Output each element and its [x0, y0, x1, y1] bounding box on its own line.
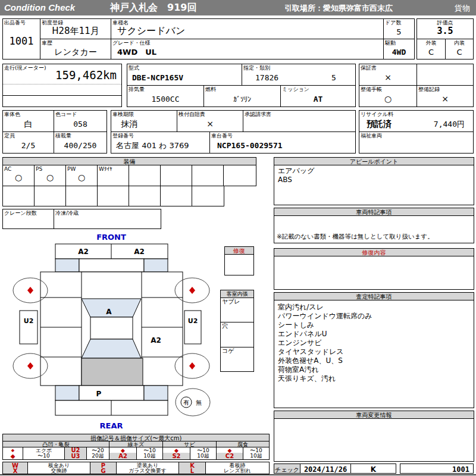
capacity-value: 2/5: [3, 142, 54, 150]
recycle-fee-label: リサイクル料: [361, 111, 393, 117]
equipment-value-ps: ○: [35, 173, 65, 181]
color-code-label: 色コード: [55, 111, 77, 117]
equipment-cell-empty: [65, 186, 98, 206]
equipment-cell-ps: PS ○: [34, 165, 66, 186]
chassis-number-label: 車台番号: [211, 133, 233, 139]
jibaiseki-label: 検付自賠責: [178, 111, 205, 117]
assessment-line: タイヤスタッドレス: [278, 347, 344, 356]
damage-code-rear-panel: P: [96, 390, 102, 398]
legend-cell: U3: [64, 453, 87, 460]
equipment-label-pw: PW: [67, 166, 76, 172]
color-code-value: 058: [54, 120, 107, 129]
check-date-cell: 2024/11/26: [300, 464, 351, 474]
maintenance-record-value: ×: [417, 95, 473, 103]
equipment-cell-empty: [129, 165, 161, 186]
check-lot-cell: 1001: [400, 464, 474, 474]
assessment-line: パワーウインドウ運転席のみ: [278, 312, 372, 321]
cabin-lining-header: 客室内張: [221, 290, 253, 298]
maintenance-record-label: 整備記録: [418, 86, 440, 92]
damage-code-windshield: A: [106, 308, 112, 316]
equipment-cell-empty: [160, 186, 192, 206]
damage-code-front-left: A2: [78, 248, 89, 256]
cabin-row-burn-label: コゲ: [222, 348, 234, 354]
interior-grade-cell: 内装 C: [445, 39, 474, 60]
equipment-value-pw: ○: [66, 173, 97, 181]
fuel-cell: 燃料 ｶﾞｿﾘﾝ: [203, 85, 281, 107]
check-inspector-value: K: [351, 465, 396, 474]
damage-code-side-right: U2: [188, 317, 198, 325]
history-label: 車歴: [42, 40, 52, 46]
equipment-cell-empty: [2, 186, 35, 206]
drive-cell: 駆動 4WD: [383, 39, 415, 60]
recycle-fee-value: 7,440円: [434, 120, 465, 129]
check-label-cell: チェック: [274, 464, 300, 474]
equipment-cell-wtire: Wﾀｲﾔ: [97, 165, 129, 186]
cabin-row-hole: 穴: [221, 322, 253, 347]
drive-value: 4WD: [384, 48, 414, 57]
damage-code-side-left: U2: [24, 317, 34, 325]
maintenance-record-cell: 整備記録 ×: [416, 85, 474, 107]
crane-label: クレーン段数: [4, 210, 37, 216]
rear-corner-right: [144, 386, 168, 400]
empty-cell: [416, 64, 474, 86]
divider: [3, 84, 121, 84]
mark-desc: ガラス交換要す: [117, 468, 178, 474]
notes-disclaimer: ※記載のない書類・機器等は無しとして取り扱います。: [277, 233, 434, 241]
registration-number-value: 名古屋 401 わ 3769: [116, 142, 189, 150]
doors-value: 5: [384, 28, 414, 36]
transmission-cell: ミッション AT: [280, 85, 356, 107]
equipment-cell-empty: [129, 186, 161, 206]
assessment-line: 荷物室A汚れ: [278, 365, 319, 374]
cabin-row-tear: ヤブレ: [221, 298, 253, 322]
maintenance-book-cell: 整備手帳 ○: [359, 85, 417, 107]
equipment-cell-ac: AC ○: [2, 165, 35, 186]
damage-diamond-icon: [27, 287, 33, 294]
warranty-cell: 保証書 ×: [359, 64, 417, 86]
jibaiseki-value: ×: [177, 120, 243, 128]
cabin-row-tear-label: ヤブレ: [222, 299, 240, 305]
first-registration-value: H28年11月: [40, 27, 111, 35]
assessment-line: シートしみ: [278, 321, 314, 330]
interior-grade-value: C: [446, 48, 473, 57]
equipment-label-wtire: Wﾀｲﾔ: [99, 166, 112, 172]
color-code-cell: 色コード 058: [54, 110, 107, 132]
first-registration-label: 初度登録: [42, 20, 63, 26]
equipment-value-ac: ○: [3, 173, 34, 181]
history-value: レンタカー: [40, 48, 111, 56]
interior-grade-label: 内装: [446, 40, 473, 46]
inspection-cell: 車検期限 抹消: [111, 110, 177, 132]
cabin-row-burn: コゲ: [221, 347, 253, 371]
body-color-cell: 車体色 白: [2, 110, 54, 132]
rear-corner-left: [55, 386, 79, 400]
legend-cell: 20超: [86, 453, 109, 460]
exterior-grade-label: 外装: [417, 40, 445, 46]
divider: [3, 95, 121, 96]
lot-number-cell: 出品番号 1001: [2, 18, 40, 60]
legend-mark-cell: ガラス交換要す: [116, 468, 179, 474]
model-name-cell: 車種名 サクシードバン: [111, 18, 384, 39]
damage-code: U3: [65, 453, 86, 459]
class-number-value: 5: [331, 74, 336, 82]
rating-value: 3.5: [417, 27, 473, 35]
roof: [90, 317, 133, 339]
assessment-line: 外装色褪せA、U、S: [278, 356, 343, 365]
side-panel-right: [184, 311, 201, 344]
repair-flag-box: 修復: [224, 246, 254, 275]
reefer-cell: 冷凍/冷蔵: [54, 209, 161, 229]
body-color-value: 白: [3, 120, 54, 128]
side-panel-left: [20, 311, 37, 344]
assessment-notes-body: 室内汚れ/スレ パワーウインドウ運転席のみ シートしみ エンドパネルU エンジン…: [274, 300, 474, 408]
mileage-cell: 走行(現メーター) 159,462km: [2, 64, 122, 107]
exterior-grade-value: C: [417, 48, 445, 57]
cabin-row-hole-label: 穴: [222, 323, 228, 329]
equipment-cell-pw: PW ○: [65, 165, 98, 186]
fuel-label: 燃料: [205, 86, 216, 92]
grade-value: 4WD UL: [117, 48, 156, 57]
mileage-value: 159,462km: [55, 71, 117, 79]
type-class-label: 指定・類別: [243, 65, 270, 71]
type-number-value: 17826: [255, 74, 278, 82]
appeal-points-body: エアバッグ ABS: [274, 165, 474, 205]
fuel-value: ｶﾞｿﾘﾝ: [204, 95, 280, 104]
damage-diamond-icon: [27, 362, 33, 369]
hood-center: [79, 259, 144, 272]
